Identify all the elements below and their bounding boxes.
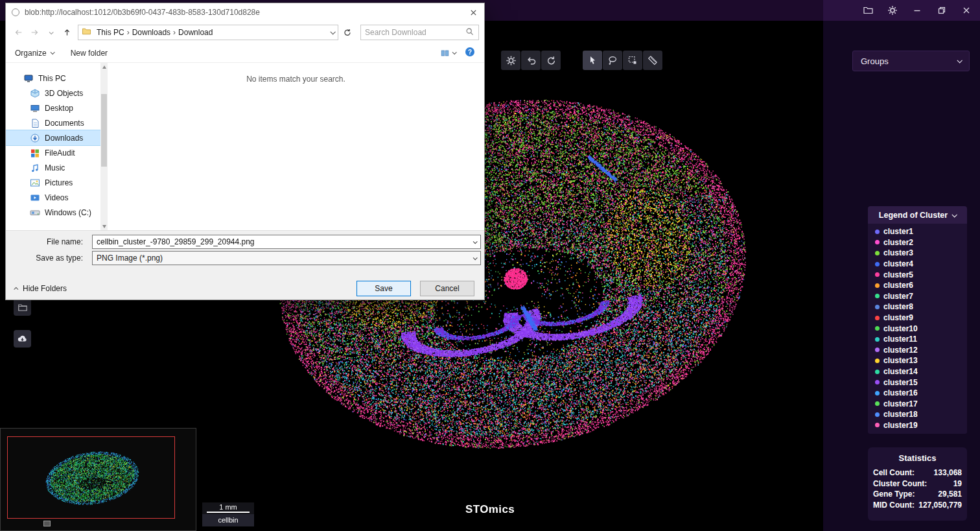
open-image-button[interactable] <box>14 298 31 316</box>
legend-item-cluster15[interactable]: cluster15 <box>875 377 964 388</box>
tree-item-documents[interactable]: Documents <box>6 115 100 130</box>
recent-locations-chevron-icon[interactable] <box>43 25 58 40</box>
tree-item-fileaudit[interactable]: FileAudit <box>6 145 100 160</box>
legend-item-cluster14[interactable]: cluster14 <box>875 366 964 377</box>
save-button[interactable]: Save <box>356 281 411 296</box>
legend-item-cluster11[interactable]: cluster11 <box>875 334 964 345</box>
dialog-title: blob:http://localhost:1012/0b3b69f0-0437… <box>25 8 462 17</box>
tree-item-pictures[interactable]: Pictures <box>6 175 100 190</box>
open-file-icon[interactable] <box>861 3 875 18</box>
tree-item-desktop[interactable]: Desktop <box>6 100 100 115</box>
minimap-canvas[interactable] <box>1 429 196 530</box>
hide-folders-label: Hide Folders <box>23 284 67 293</box>
chevron-down-icon[interactable] <box>473 255 478 260</box>
back-icon[interactable] <box>11 25 25 40</box>
legend-item-cluster4[interactable]: cluster4 <box>875 259 964 270</box>
legend-item-cluster12[interactable]: cluster12 <box>875 345 964 356</box>
close-icon[interactable] <box>959 3 974 18</box>
cloud-export-button[interactable] <box>14 330 31 348</box>
legend-item-cluster5[interactable]: cluster5 <box>875 269 964 280</box>
tree-item-this-pc[interactable]: This PC <box>6 71 100 86</box>
tree-scrollbar[interactable] <box>100 63 108 230</box>
tree-item-label: This PC <box>38 74 66 83</box>
legend-item-cluster9[interactable]: cluster9 <box>875 313 964 324</box>
cluster-label: cluster14 <box>883 367 918 376</box>
legend-item-cluster7[interactable]: cluster7 <box>875 291 964 302</box>
legend-item-cluster16[interactable]: cluster16 <box>875 388 964 399</box>
breadcrumb-item-download[interactable]: Download <box>176 28 215 37</box>
box-select-tool-button[interactable] <box>623 51 642 70</box>
dialog-command-bar: Organize New folder ? <box>6 43 484 63</box>
settings-gear-icon[interactable] <box>885 3 900 18</box>
legend-item-cluster1[interactable]: cluster1 <box>875 226 964 237</box>
scroll-down-icon[interactable] <box>100 222 108 230</box>
minimize-icon[interactable] <box>910 3 924 18</box>
tree-item-downloads[interactable]: Downloads <box>6 130 100 145</box>
redo-button[interactable] <box>541 51 561 70</box>
forward-icon[interactable] <box>27 25 41 40</box>
stat-label: Cluster Count: <box>873 478 927 490</box>
address-dropdown-chevron-icon[interactable] <box>330 29 335 34</box>
lasso-tool-button[interactable] <box>603 51 622 70</box>
search-input[interactable] <box>365 28 465 37</box>
tree-item-3d-objects[interactable]: 3D Objects <box>6 86 100 100</box>
undo-button[interactable] <box>521 51 541 70</box>
help-icon[interactable]: ? <box>465 47 475 59</box>
stat-value: 29,581 <box>938 489 962 500</box>
stat-value: 133,068 <box>934 467 962 478</box>
file-name-combo[interactable] <box>92 235 481 249</box>
legend-item-cluster18[interactable]: cluster18 <box>875 409 964 420</box>
app-window: 1 mm cellbin STOmics Groups Legend of Cl… <box>0 0 980 531</box>
legend-item-cluster10[interactable]: cluster10 <box>875 323 964 334</box>
legend-item-cluster17[interactable]: cluster17 <box>875 399 964 410</box>
measure-tool-button[interactable] <box>643 51 662 70</box>
cluster-color-dot <box>875 230 880 234</box>
breadcrumb-item-this-pc[interactable]: This PC <box>95 28 126 37</box>
up-icon[interactable] <box>60 25 74 40</box>
scrollbar-thumb[interactable] <box>101 94 107 167</box>
cluster-color-dot <box>875 380 880 384</box>
legend-list: cluster1cluster2cluster3cluster4cluster5… <box>868 224 967 434</box>
legend-item-cluster8[interactable]: cluster8 <box>875 301 964 313</box>
legend-item-cluster3[interactable]: cluster3 <box>875 248 964 259</box>
tree-item-music[interactable]: Music <box>6 160 100 175</box>
cluster-color-dot <box>875 294 880 298</box>
search-box[interactable] <box>360 25 479 40</box>
cancel-button[interactable]: Cancel <box>420 281 474 296</box>
statistics-rows: Cell Count:133,068Cluster Count:19Gene T… <box>868 463 967 510</box>
legend-item-cluster13[interactable]: cluster13 <box>875 355 964 366</box>
legend-item-cluster6[interactable]: cluster6 <box>875 280 964 291</box>
chevron-down-icon[interactable] <box>473 239 478 244</box>
cluster-label: cluster12 <box>883 346 918 355</box>
restore-icon[interactable] <box>935 3 949 18</box>
cluster-color-dot <box>875 348 880 352</box>
search-icon[interactable] <box>465 27 474 38</box>
scroll-up-icon[interactable] <box>100 63 108 71</box>
cluster-color-dot <box>875 337 880 342</box>
organize-menu[interactable]: Organize <box>15 49 54 58</box>
blob-url-icon <box>12 8 19 16</box>
refresh-icon[interactable] <box>340 25 355 40</box>
legend-item-cluster2[interactable]: cluster2 <box>875 237 964 248</box>
new-folder-button[interactable]: New folder <box>71 49 108 58</box>
breadcrumb-item-downloads[interactable]: Downloads <box>130 28 172 37</box>
file-name-input[interactable] <box>97 237 467 246</box>
tree-item-windows-c[interactable]: Windows (C:) <box>6 205 100 220</box>
groups-dropdown[interactable]: Groups <box>852 51 970 71</box>
tree-item-videos[interactable]: Videos <box>6 190 100 205</box>
minimap[interactable] <box>0 428 196 531</box>
svg-text:?: ? <box>468 49 472 56</box>
dialog-close-icon[interactable] <box>462 3 484 21</box>
cluster-label: cluster15 <box>883 378 918 387</box>
stat-value: 127,050,779 <box>918 500 962 511</box>
view-mode-button[interactable] <box>440 49 456 58</box>
legend-item-cluster19[interactable]: cluster19 <box>875 420 964 431</box>
save-as-type-combo[interactable]: PNG Image (*.png) <box>92 251 481 265</box>
hide-folders-button[interactable]: Hide Folders <box>15 284 67 293</box>
pointer-tool-button[interactable] <box>583 51 602 70</box>
address-bar[interactable]: This PC›Downloads›Download <box>78 25 338 40</box>
dialog-footer: File name: Save as type: PNG Image (*.pn… <box>6 230 484 300</box>
viewer-settings-button[interactable] <box>501 51 520 70</box>
legend-header[interactable]: Legend of Cluster <box>868 206 967 224</box>
fileaudit-icon <box>30 148 40 158</box>
